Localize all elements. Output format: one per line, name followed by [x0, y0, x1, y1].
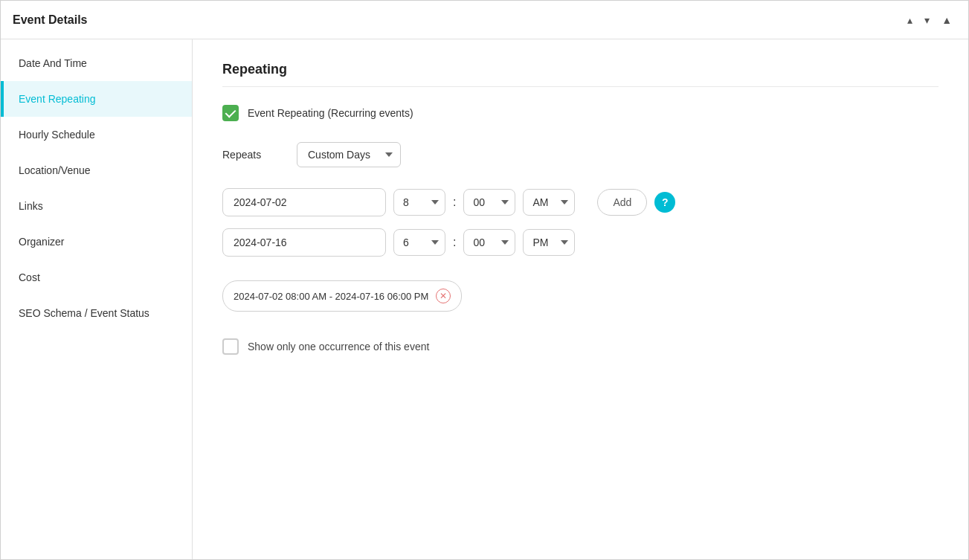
- event-repeating-checkbox[interactable]: [222, 105, 239, 121]
- colon-1: :: [453, 196, 456, 209]
- main-window: Event Details ▴ ▾ ▲ Date And Time Event …: [0, 0, 969, 560]
- hour-select-1[interactable]: 1234 5678 9101112: [393, 189, 445, 216]
- date-input-2[interactable]: [222, 228, 386, 257]
- add-button[interactable]: Add: [597, 189, 647, 216]
- section-title: Repeating: [222, 62, 939, 87]
- body: Date And Time Event Repeating Hourly Sch…: [1, 39, 968, 559]
- ampm-select-2[interactable]: AMPM: [523, 229, 575, 256]
- sidebar-item-hourly-schedule[interactable]: Hourly Schedule: [1, 117, 192, 152]
- event-repeating-label: Event Repeating (Recurring events): [248, 107, 413, 119]
- sidebar-item-organizer[interactable]: Organizer: [1, 224, 192, 260]
- help-button[interactable]: ?: [654, 192, 675, 213]
- title-bar-controls: ▴ ▾ ▲: [903, 11, 956, 29]
- colon-2: :: [453, 236, 456, 249]
- sidebar: Date And Time Event Repeating Hourly Sch…: [1, 39, 193, 559]
- repeats-select[interactable]: Custom Days Daily Weekly Monthly Yearly: [297, 142, 401, 167]
- sidebar-item-links[interactable]: Links: [1, 188, 192, 224]
- sidebar-item-seo-schema[interactable]: SEO Schema / Event Status: [1, 295, 192, 331]
- sidebar-item-date-and-time[interactable]: Date And Time: [1, 45, 192, 81]
- window-title: Event Details: [13, 13, 87, 27]
- tag-remove-button[interactable]: ✕: [436, 289, 451, 303]
- event-repeating-row: Event Repeating (Recurring events): [222, 105, 939, 121]
- minute-select-2[interactable]: 00153045: [463, 229, 515, 256]
- expand-button[interactable]: ▲: [937, 11, 956, 29]
- date-input-1[interactable]: [222, 188, 386, 216]
- date-time-row-1: 1234 5678 9101112 : 00153045 AMPM Add ?: [222, 188, 939, 216]
- sidebar-item-location-venue[interactable]: Location/Venue: [1, 152, 192, 188]
- event-tag: 2024-07-02 08:00 AM - 2024-07-16 06:00 P…: [222, 280, 462, 312]
- occurrence-label: Show only one occurrence of this event: [248, 341, 429, 353]
- repeats-label: Repeats: [222, 149, 282, 161]
- occurrence-row: Show only one occurrence of this event: [222, 338, 939, 355]
- event-tag-text: 2024-07-02 08:00 AM - 2024-07-16 06:00 P…: [234, 291, 428, 302]
- ampm-select-1[interactable]: AMPM: [523, 189, 575, 216]
- occurrence-checkbox[interactable]: [222, 338, 239, 355]
- date-time-row-2: 1234 5678 9101112 : 00153045 AMPM: [222, 228, 939, 257]
- title-bar: Event Details ▴ ▾ ▲: [1, 1, 968, 39]
- up-chevron-button[interactable]: ▴: [903, 11, 917, 29]
- hour-select-2[interactable]: 1234 5678 9101112: [393, 229, 445, 256]
- repeats-row: Repeats Custom Days Daily Weekly Monthly…: [222, 142, 939, 167]
- down-chevron-button[interactable]: ▾: [920, 11, 934, 29]
- sidebar-item-cost[interactable]: Cost: [1, 260, 192, 295]
- main-content: Repeating Event Repeating (Recurring eve…: [193, 39, 968, 559]
- help-icon: ?: [662, 196, 669, 208]
- sidebar-item-event-repeating[interactable]: Event Repeating: [1, 81, 192, 117]
- minute-select-1[interactable]: 00153045: [463, 189, 515, 216]
